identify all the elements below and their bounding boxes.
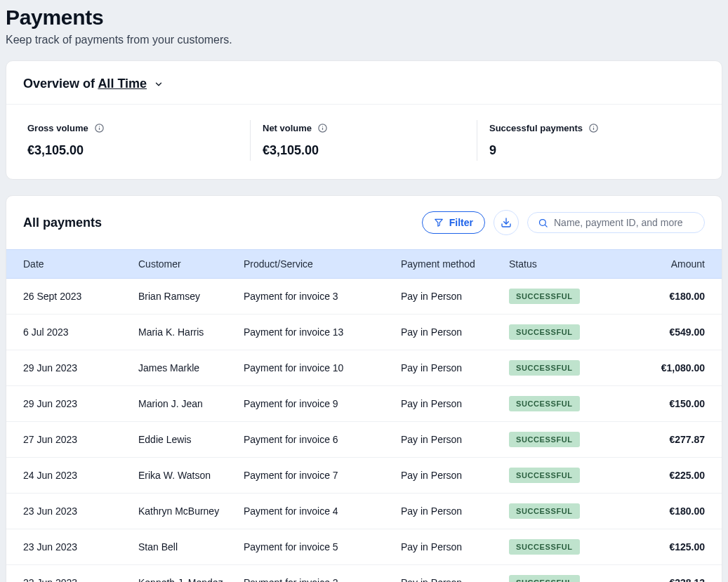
col-method[interactable]: Payment method (401, 258, 509, 270)
cell-method: Pay in Person (401, 326, 509, 338)
cell-amount: €277.87 (624, 434, 705, 445)
overview-range[interactable]: All Time (98, 77, 147, 91)
status-badge: SUCCESSFUL (509, 432, 580, 447)
status-badge: SUCCESSFUL (509, 503, 580, 519)
cell-date: 29 Jun 2023 (23, 398, 138, 409)
col-amount[interactable]: Amount (624, 258, 705, 270)
cell-method: Pay in Person (401, 577, 509, 582)
stat-net-value: €3,105.00 (263, 143, 477, 158)
cell-status: SUCCESSFUL (509, 289, 624, 304)
cell-customer: Stan Bell (138, 541, 244, 553)
stat-net-label: Net volume (263, 123, 312, 133)
filter-icon (434, 218, 444, 227)
chevron-down-icon[interactable] (154, 79, 164, 89)
table-header: Date Customer Product/Service Payment me… (6, 249, 722, 279)
cell-amount: €180.00 (624, 505, 705, 517)
cell-status: SUCCESSFUL (509, 360, 624, 376)
svg-point-8 (593, 126, 594, 126)
svg-point-11 (540, 219, 546, 225)
cell-method: Pay in Person (401, 398, 509, 409)
status-badge: SUCCESSFUL (509, 360, 580, 376)
cell-customer: Eddie Lewis (138, 434, 244, 445)
cell-date: 29 Jun 2023 (23, 362, 138, 373)
col-customer[interactable]: Customer (138, 258, 244, 270)
stat-success: Successful payments 9 (477, 123, 705, 158)
svg-point-5 (322, 126, 323, 126)
search-input[interactable] (554, 217, 694, 228)
cell-date: 6 Jul 2023 (23, 326, 138, 338)
cell-status: SUCCESSFUL (509, 432, 624, 447)
status-badge: SUCCESSFUL (509, 468, 580, 483)
cell-customer: Maria K. Harris (138, 326, 244, 338)
filter-button[interactable]: Filter (422, 211, 485, 234)
page-header: Payments Keep track of payments from you… (6, 6, 722, 60)
stat-gross-value: €3,105.00 (27, 143, 250, 158)
status-badge: SUCCESSFUL (509, 324, 580, 340)
overview-stats: Gross volume €3,105.00 Net volume €3,105… (6, 105, 722, 179)
cell-amount: €549.00 (624, 326, 705, 338)
status-badge: SUCCESSFUL (509, 575, 580, 582)
cell-customer: Kathryn McBurney (138, 505, 244, 517)
payments-actions: Filter (422, 210, 705, 235)
payments-card: All payments Filter Date Cust (6, 195, 722, 582)
payments-header: All payments Filter (6, 196, 722, 249)
table-row[interactable]: 23 Jun 2023Kathryn McBurneyPayment for i… (6, 494, 722, 529)
cell-method: Pay in Person (401, 434, 509, 445)
cell-product: Payment for invoice 3 (244, 291, 401, 302)
cell-amount: €150.00 (624, 398, 705, 409)
cell-product: Payment for invoice 2 (244, 577, 401, 582)
svg-marker-9 (435, 219, 443, 226)
table-row[interactable]: 23 Jun 2023Stan BellPayment for invoice … (6, 529, 722, 565)
cell-status: SUCCESSFUL (509, 396, 624, 411)
cell-status: SUCCESSFUL (509, 503, 624, 519)
search-wrapper[interactable] (527, 212, 705, 233)
cell-amount: €225.00 (624, 470, 705, 481)
info-icon[interactable] (317, 123, 328, 133)
cell-customer: Brian Ramsey (138, 291, 244, 302)
cell-product: Payment for invoice 4 (244, 505, 401, 517)
overview-title: Overview of All Time (23, 77, 147, 91)
info-icon[interactable] (94, 123, 105, 133)
status-badge: SUCCESSFUL (509, 539, 580, 555)
cell-status: SUCCESSFUL (509, 539, 624, 555)
page-subtitle: Keep track of payments from your custome… (6, 34, 722, 46)
status-badge: SUCCESSFUL (509, 289, 580, 304)
col-date[interactable]: Date (23, 258, 138, 270)
search-icon (538, 218, 548, 228)
stat-success-value: 9 (489, 143, 705, 158)
cell-date: 26 Sept 2023 (23, 291, 138, 302)
col-product[interactable]: Product/Service (244, 258, 401, 270)
cell-method: Pay in Person (401, 505, 509, 517)
cell-method: Pay in Person (401, 541, 509, 553)
overview-header: Overview of All Time (6, 61, 722, 105)
col-status[interactable]: Status (509, 258, 624, 270)
cell-method: Pay in Person (401, 291, 509, 302)
cell-product: Payment for invoice 13 (244, 326, 401, 338)
table-row[interactable]: 24 Jun 2023Erika W. WatsonPayment for in… (6, 458, 722, 494)
cell-amount: €180.00 (624, 291, 705, 302)
cell-product: Payment for invoice 6 (244, 434, 401, 445)
cell-customer: Marion J. Jean (138, 398, 244, 409)
stat-net: Net volume €3,105.00 (250, 123, 477, 158)
cell-status: SUCCESSFUL (509, 575, 624, 582)
cell-product: Payment for invoice 7 (244, 470, 401, 481)
table-row[interactable]: 29 Jun 2023James MarklePayment for invoi… (6, 350, 722, 386)
download-icon (501, 217, 512, 228)
table-row[interactable]: 29 Jun 2023Marion J. JeanPayment for inv… (6, 386, 722, 422)
cell-date: 27 Jun 2023 (23, 434, 138, 445)
info-icon[interactable] (588, 123, 599, 133)
stat-gross-label: Gross volume (27, 123, 88, 133)
download-button[interactable] (494, 210, 519, 235)
cell-method: Pay in Person (401, 362, 509, 373)
cell-status: SUCCESSFUL (509, 468, 624, 483)
table-row[interactable]: 22 Jun 2023Kenneth J. MendezPayment for … (6, 565, 722, 582)
page-title: Payments (6, 6, 722, 29)
stat-success-label: Successful payments (489, 123, 583, 133)
cell-customer: Kenneth J. Mendez (138, 577, 244, 582)
table-row[interactable]: 26 Sept 2023Brian RamseyPayment for invo… (6, 279, 722, 315)
cell-product: Payment for invoice 5 (244, 541, 401, 553)
cell-date: 23 Jun 2023 (23, 505, 138, 517)
table-row[interactable]: 27 Jun 2023Eddie LewisPayment for invoic… (6, 422, 722, 458)
table-row[interactable]: 6 Jul 2023Maria K. HarrisPayment for inv… (6, 315, 722, 350)
filter-label: Filter (449, 217, 473, 228)
